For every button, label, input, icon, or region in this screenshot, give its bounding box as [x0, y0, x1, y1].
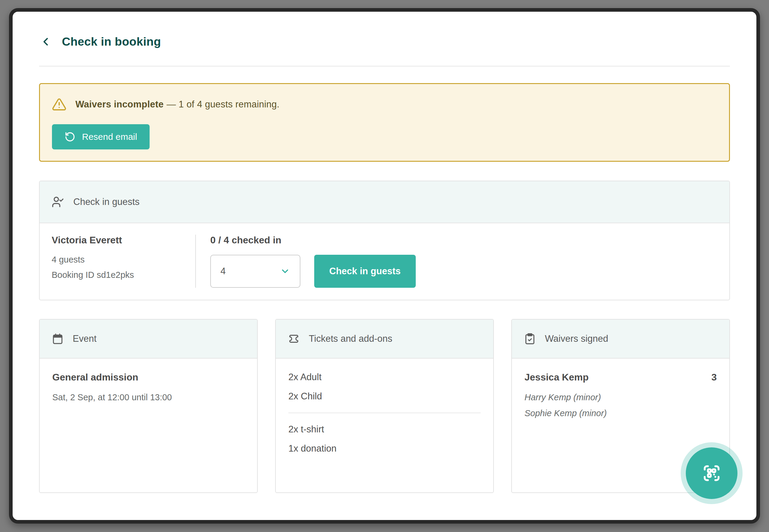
back-button[interactable]: [39, 35, 52, 48]
clipboard-check-icon: [524, 333, 536, 345]
qr-scan-button[interactable]: [686, 447, 737, 499]
waiver-signer-name: Jessica Kemp: [524, 372, 589, 383]
chevron-down-icon: [280, 266, 290, 276]
addon-line: 1x donation: [288, 443, 481, 454]
event-name: General admission: [52, 372, 245, 383]
check-in-controls: 0 / 4 checked in 4 Check in guests: [196, 235, 416, 288]
calendar-icon: [52, 333, 64, 345]
event-card-body: General admission Sat, 2 Sep, at 12:00 u…: [40, 359, 257, 416]
booking-id: Booking ID sd1e2pks: [52, 270, 195, 280]
waiver-minor-name: Sophie Kemp (minor): [524, 408, 717, 418]
waivers-card-body: Jessica Kemp 3 Harry Kemp (minor) Sophie…: [512, 359, 729, 431]
tickets-card-body: 2x Adult 2x Child 2x t-shirt 1x donation: [276, 359, 493, 467]
check-in-guests-body: Victoria Everett 4 guests Booking ID sd1…: [40, 223, 729, 300]
page-content: Check in booking Waivers incomplete— 1 o…: [13, 12, 756, 520]
warning-message-rest: — 1 of 4 guests remaining.: [167, 99, 280, 110]
checked-in-progress: 0 / 4 checked in: [210, 235, 416, 246]
chevron-left-icon: [39, 35, 52, 48]
waivers-card-header: Waivers signed: [512, 320, 729, 359]
warning-message: Waivers incomplete— 1 of 4 guests remain…: [75, 99, 279, 110]
waivers-card-title: Waivers signed: [545, 333, 608, 344]
resend-email-label: Resend email: [82, 132, 137, 142]
qr-scan-icon: [701, 462, 723, 484]
progress-controls-row: 4 Check in guests: [210, 255, 416, 288]
warning-message-bold: Waivers incomplete: [75, 99, 164, 110]
check-in-guests-panel: Check in guests Victoria Everett 4 guest…: [39, 181, 730, 300]
rotate-ccw-icon: [65, 131, 75, 142]
tickets-card: Tickets and add-ons 2x Adult 2x Child 2x…: [275, 319, 494, 493]
app-window: Check in booking Waivers incomplete— 1 o…: [9, 8, 760, 524]
page-title: Check in booking: [62, 35, 161, 48]
check-in-guests-title: Check in guests: [73, 197, 140, 207]
ticket-icon: [288, 333, 300, 345]
event-schedule: Sat, 2 Sep, at 12:00 until 13:00: [52, 392, 245, 402]
warning-message-row: Waivers incomplete— 1 of 4 guests remain…: [52, 97, 717, 112]
tickets-card-title: Tickets and add-ons: [309, 333, 392, 344]
booking-summary: Victoria Everett 4 guests Booking ID sd1…: [52, 235, 195, 288]
guest-count-select[interactable]: 4: [210, 255, 300, 288]
event-card: Event General admission Sat, 2 Sep, at 1…: [39, 319, 258, 493]
ticket-line: 2x Adult: [288, 372, 481, 383]
waiver-minor-name: Harry Kemp (minor): [524, 392, 717, 402]
info-cards-row: Event General admission Sat, 2 Sep, at 1…: [39, 319, 730, 493]
page-header-row: Check in booking: [39, 35, 730, 48]
header-divider: [39, 66, 730, 67]
tickets-addons-divider: [288, 413, 481, 413]
waivers-warning-banner: Waivers incomplete— 1 of 4 guests remain…: [39, 83, 730, 162]
waiver-count-badge: 3: [711, 372, 717, 383]
event-card-header: Event: [40, 320, 257, 359]
user-check-icon: [52, 196, 64, 208]
warning-triangle-icon: [52, 97, 66, 112]
resend-email-button[interactable]: Resend email: [52, 124, 149, 149]
check-in-guests-header: Check in guests: [40, 181, 729, 223]
check-in-guests-button[interactable]: Check in guests: [314, 255, 416, 288]
addon-line: 2x t-shirt: [288, 424, 481, 435]
lead-guest-name: Victoria Everett: [52, 235, 195, 246]
event-card-title: Event: [73, 333, 96, 344]
guest-count: 4 guests: [52, 255, 195, 265]
waiver-signer-row: Jessica Kemp 3: [524, 372, 717, 383]
tickets-card-header: Tickets and add-ons: [276, 320, 493, 359]
guest-count-select-value: 4: [221, 266, 226, 277]
ticket-line: 2x Child: [288, 391, 481, 402]
